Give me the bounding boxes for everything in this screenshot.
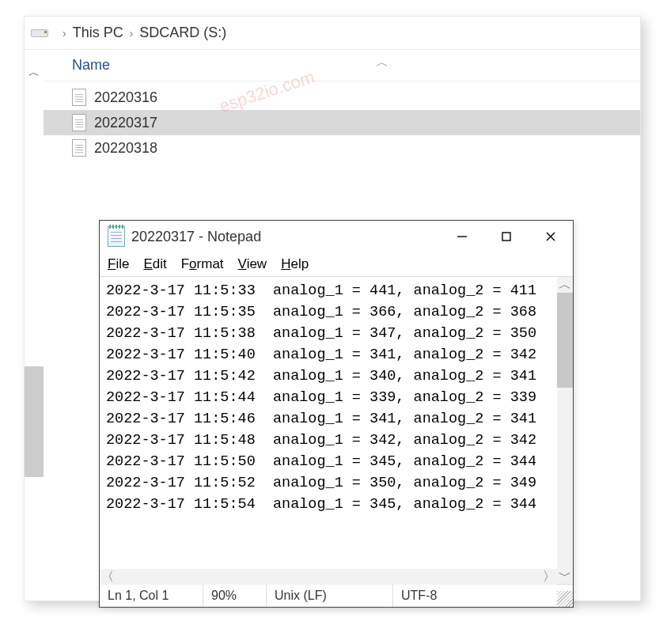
menu-format[interactable]: Format (181, 256, 224, 272)
status-encoding: UTF-8 (392, 585, 503, 607)
notepad-title-text: 20220317 - Notepad (131, 229, 261, 245)
notepad-window: 20220317 - Notepad File Edit Format View… (99, 220, 574, 608)
breadcrumb: › This PC › SDCARD (S:) (25, 17, 640, 50)
file-name: 20220317 (94, 115, 157, 131)
notepad-body: 2022-3-17 11:5:33 analog_1 = 441, analog… (100, 276, 573, 585)
maximize-button[interactable] (484, 221, 529, 252)
file-name: 20220318 (94, 140, 157, 157)
close-button[interactable] (529, 221, 573, 252)
file-list: 202203162022031720220318 (44, 81, 640, 161)
scroll-down-icon[interactable]: ﹀ (557, 568, 573, 584)
resize-grip-icon[interactable] (557, 591, 573, 607)
scroll-right-icon[interactable]: 〉 (541, 569, 557, 585)
column-header-row: Name ︿ (44, 50, 640, 81)
chevron-right-icon[interactable]: › (63, 27, 66, 40)
text-file-icon (72, 89, 86, 106)
text-file-icon (72, 139, 86, 157)
breadcrumb-sdcard[interactable]: SDCARD (S:) (139, 25, 226, 41)
scroll-thumb[interactable] (25, 366, 44, 477)
explorer-body: ︿ esp32io.com Name ︿ 2022031620220317202… (25, 50, 640, 600)
status-line-ending: Unix (LF) (266, 585, 392, 607)
vertical-scrollbar[interactable]: ︿ ﹀ (557, 277, 573, 584)
notepad-icon (108, 226, 125, 247)
scroll-up-icon[interactable]: ︿ (557, 277, 573, 293)
column-resize-icon[interactable]: ︿ (376, 55, 388, 71)
scroll-thumb[interactable] (557, 293, 573, 388)
scroll-left-icon[interactable]: 〈 (100, 569, 116, 585)
breadcrumb-this-pc[interactable]: This PC (73, 25, 123, 41)
menu-edit[interactable]: Edit (143, 256, 166, 272)
chevron-right-icon[interactable]: › (130, 27, 134, 40)
menu-view[interactable]: View (238, 256, 267, 272)
notepad-titlebar[interactable]: 20220317 - Notepad (100, 221, 573, 252)
left-scrollbar[interactable]: ︿ (25, 50, 44, 600)
notepad-text-area[interactable]: 2022-3-17 11:5:33 analog_1 = 441, analog… (100, 277, 557, 584)
drive-icon (31, 28, 48, 39)
status-cursor-pos: Ln 1, Col 1 (100, 585, 203, 607)
notepad-statusbar: Ln 1, Col 1 90% Unix (LF) UTF-8 (100, 585, 573, 607)
window-controls (440, 221, 573, 252)
scroll-up-icon[interactable]: ︿ (28, 66, 40, 80)
minimize-button[interactable] (440, 221, 484, 252)
file-row[interactable]: 20220316 (44, 85, 640, 110)
svg-rect-1 (502, 233, 510, 241)
menu-file[interactable]: File (108, 256, 129, 272)
file-row[interactable]: 20220318 (44, 135, 640, 161)
status-zoom: 90% (203, 585, 266, 607)
menu-help[interactable]: Help (281, 256, 309, 272)
scroll-track[interactable] (557, 293, 573, 568)
file-row[interactable]: 20220317 (44, 110, 640, 135)
file-name: 20220316 (94, 89, 157, 106)
horizontal-scrollbar[interactable]: 〈 〉 (100, 569, 557, 585)
explorer-window: › This PC › SDCARD (S:) ︿ esp32io.com Na… (24, 16, 641, 601)
column-header-name[interactable]: Name (72, 57, 110, 74)
notepad-menubar: File Edit Format View Help (100, 252, 573, 276)
text-file-icon (72, 114, 86, 131)
file-area: esp32io.com Name ︿ 202203162022031720220… (44, 50, 640, 600)
